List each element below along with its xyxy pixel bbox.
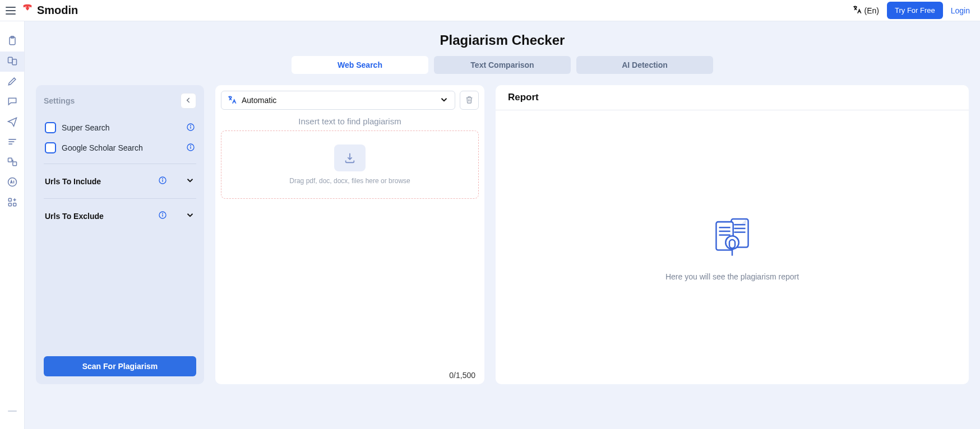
- dash-icon: [8, 411, 17, 412]
- rail-item-write[interactable]: [0, 72, 24, 92]
- language-mode-select[interactable]: Automatic: [221, 91, 455, 110]
- svg-rect-10: [12, 162, 16, 166]
- translate2-icon: [7, 156, 18, 169]
- setting-super-search: Super Search: [44, 118, 196, 138]
- collapse-settings-button[interactable]: [181, 93, 196, 109]
- clipboard-icon: [7, 35, 18, 48]
- editor-panel: Automatic Insert text to find plagi: [215, 85, 484, 384]
- language-mode-label: Automatic: [242, 96, 434, 105]
- info-icon[interactable]: [186, 143, 195, 153]
- settings-title: Settings: [44, 96, 75, 105]
- report-body: Here you will see the plagiarism report: [496, 110, 969, 384]
- language-label: (En): [865, 6, 879, 15]
- report-empty-icon: [709, 213, 756, 262]
- rail-item-list[interactable]: [0, 132, 24, 152]
- urls-include-row[interactable]: Urls To Include: [44, 170, 196, 193]
- svg-rect-9: [8, 158, 12, 162]
- setting-scholar: Google Scholar Search: [44, 138, 196, 158]
- logo-icon: [21, 3, 34, 17]
- file-dropzone[interactable]: Drag pdf, doc, docx, files here or brows…: [221, 130, 479, 199]
- pencil-icon: [7, 76, 18, 88]
- upload-icon: [334, 144, 366, 171]
- ai-icon: [7, 176, 18, 189]
- svg-point-17: [191, 125, 191, 125]
- editor-placeholder[interactable]: Insert text to find plagiarism: [221, 110, 479, 130]
- chevron-down-icon: [439, 95, 449, 106]
- settings-panel: Settings Super Search: [36, 85, 204, 384]
- top-left: Smodin: [4, 3, 78, 17]
- scholar-label: Google Scholar Search: [62, 143, 181, 152]
- tabs: Web Search Text Comparison AI Detection: [36, 56, 969, 74]
- urls-exclude-row[interactable]: Urls To Exclude: [44, 204, 196, 227]
- rail-item-send[interactable]: [0, 112, 24, 132]
- chevron-down-icon: [185, 210, 195, 222]
- rail-collapse[interactable]: [0, 401, 24, 421]
- grid-plus-icon: [7, 197, 18, 209]
- svg-point-23: [163, 179, 163, 179]
- info-icon[interactable]: [186, 123, 195, 133]
- rail-item-chat[interactable]: [0, 92, 24, 112]
- rail-item-apps[interactable]: [0, 193, 24, 213]
- tab-text-comparison[interactable]: Text Comparison: [434, 56, 571, 74]
- report-title: Report: [496, 85, 969, 110]
- super-search-label: Super Search: [62, 123, 181, 132]
- editor-top: Automatic: [221, 91, 479, 110]
- divider: [44, 164, 196, 164]
- dropzone-text: Drag pdf, doc, docx, files here or brows…: [289, 177, 410, 185]
- svg-rect-14: [13, 203, 16, 206]
- svg-point-26: [163, 213, 163, 214]
- svg-point-33: [725, 236, 739, 249]
- compare-docs-icon: [7, 55, 18, 68]
- logo[interactable]: Smodin: [21, 3, 78, 17]
- svg-point-11: [8, 178, 16, 186]
- login-link[interactable]: Login: [951, 6, 970, 15]
- top-right: (En) Try For Free Login: [852, 2, 970, 19]
- svg-rect-12: [8, 198, 11, 201]
- svg-rect-13: [8, 203, 11, 206]
- translate-icon: [852, 4, 862, 16]
- svg-point-20: [191, 145, 191, 146]
- report-empty-text: Here you will see the plagiarism report: [665, 272, 799, 281]
- shell: Plagiarism Checker Web Search Text Compa…: [0, 21, 980, 429]
- clear-button[interactable]: [460, 91, 479, 110]
- lines-icon: [7, 136, 18, 149]
- chat-icon: [7, 96, 18, 109]
- settings-head: Settings: [44, 93, 196, 109]
- urls-include-label: Urls To Include: [45, 177, 158, 186]
- tab-web-search[interactable]: Web Search: [292, 56, 428, 74]
- svg-point-0: [25, 6, 26, 7]
- rail-item-translate[interactable]: [0, 152, 24, 172]
- svg-rect-4: [8, 57, 12, 63]
- rail-item-ai[interactable]: [0, 172, 24, 193]
- report-panel: Report: [496, 85, 969, 384]
- super-search-checkbox[interactable]: [45, 122, 56, 133]
- try-for-free-button[interactable]: Try For Free: [887, 2, 943, 19]
- main: Plagiarism Checker Web Search Text Compa…: [25, 21, 980, 429]
- info-icon[interactable]: [158, 211, 185, 221]
- char-counter: 0/1,500: [221, 369, 479, 381]
- divider: [44, 198, 196, 199]
- left-rail: [0, 21, 25, 429]
- tab-ai-detection[interactable]: AI Detection: [576, 56, 713, 74]
- scholar-checkbox[interactable]: [45, 142, 56, 153]
- columns: Settings Super Search: [36, 85, 969, 384]
- translate-icon: [227, 95, 237, 106]
- language-selector[interactable]: (En): [852, 4, 879, 16]
- trash-icon: [465, 95, 474, 106]
- send-icon: [7, 116, 18, 129]
- rail-item-paste[interactable]: [0, 31, 24, 52]
- info-icon[interactable]: [158, 176, 185, 186]
- chevron-left-icon: [184, 96, 192, 106]
- top-bar: Smodin (En) Try For Free Login: [0, 0, 980, 21]
- scan-button[interactable]: Scan For Plagiarism: [44, 356, 196, 376]
- page-title: Plagiarism Checker: [36, 21, 969, 56]
- menu-button[interactable]: [4, 4, 17, 17]
- chevron-down-icon: [185, 175, 195, 187]
- urls-exclude-label: Urls To Exclude: [45, 212, 158, 221]
- brand-text: Smodin: [37, 4, 78, 17]
- rail-item-plagiarism[interactable]: [0, 52, 24, 72]
- svg-point-1: [29, 6, 30, 7]
- svg-rect-5: [12, 59, 17, 64]
